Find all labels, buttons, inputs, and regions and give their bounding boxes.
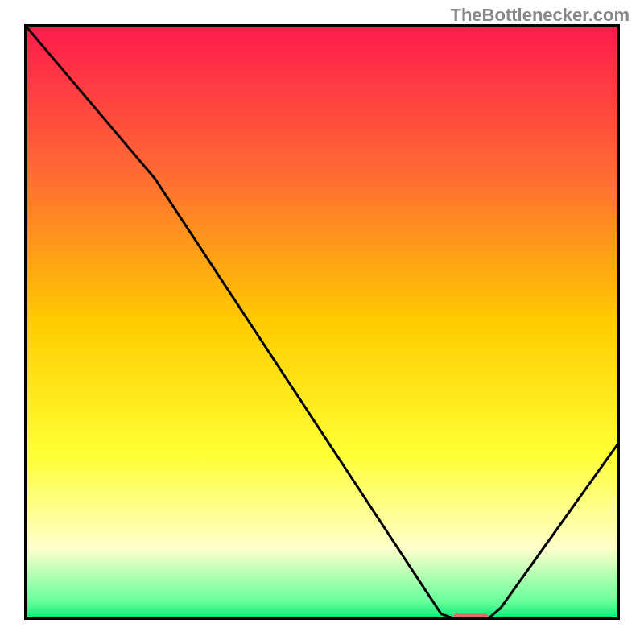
chart-background [24,24,620,620]
chart-svg [24,24,620,620]
chart-plot-area [24,24,620,620]
valley-marker [453,613,489,620]
watermark-text: TheBottlenecker.com [450,5,630,26]
